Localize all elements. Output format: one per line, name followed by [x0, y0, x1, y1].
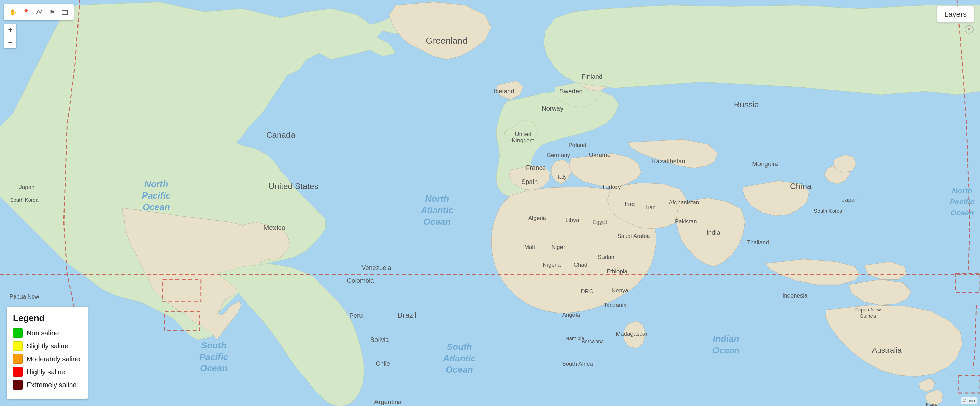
- marker-tool[interactable]: 📍: [20, 6, 32, 18]
- zoom-out-button[interactable]: −: [4, 36, 16, 48]
- legend-color-highly: [13, 367, 22, 377]
- map-container[interactable]: .land { fill: #e8e0c8; stroke: #b0a890; …: [0, 0, 980, 406]
- legend-title: Legend: [13, 313, 80, 324]
- polyline-tool[interactable]: [33, 6, 45, 18]
- svg-rect-86: [62, 10, 68, 14]
- legend-color-extremely: [13, 380, 22, 390]
- polygon-tool[interactable]: ⚑: [46, 6, 58, 18]
- legend-item-moderately: Moderately saline: [13, 354, 80, 364]
- legend-item-non-saline: Non saline: [13, 328, 80, 338]
- toolbar: ✋ 📍 ⚑: [4, 4, 74, 21]
- legend-color-non-saline: [13, 328, 22, 338]
- zoom-controls: + −: [4, 24, 16, 48]
- legend-label-moderately: Moderately saline: [27, 355, 80, 363]
- legend-color-slightly: [13, 341, 22, 351]
- zoom-in-button[interactable]: +: [4, 24, 16, 36]
- legend-item-highly: Highly saline: [13, 367, 80, 377]
- layers-button[interactable]: Layers: [937, 6, 974, 22]
- legend-label-slightly: Slightly saline: [27, 342, 68, 350]
- legend-label-extremely: Extremely saline: [27, 381, 77, 389]
- legend-label-non-saline: Non saline: [27, 329, 59, 337]
- legend-color-moderately: [13, 354, 22, 364]
- legend-label-highly: Highly saline: [27, 368, 65, 376]
- compass-icon[interactable]: [964, 25, 974, 36]
- legend-item-slightly: Slightly saline: [13, 341, 80, 351]
- attribution: © ooo: [961, 398, 977, 404]
- legend-item-extremely: Extremely saline: [13, 380, 80, 390]
- legend-panel: Legend Non saline Slightly saline Modera…: [7, 307, 88, 399]
- rectangle-tool[interactable]: [59, 6, 71, 18]
- pan-tool[interactable]: ✋: [7, 6, 19, 18]
